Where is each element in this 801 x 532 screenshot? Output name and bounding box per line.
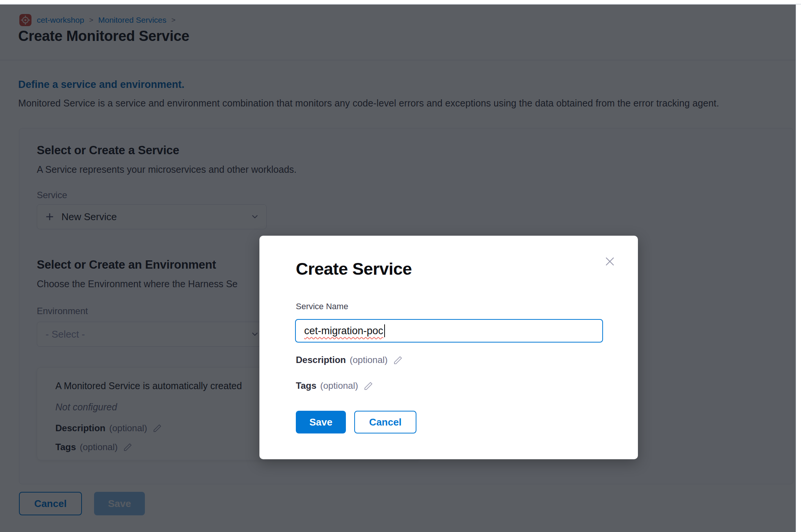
optional-suffix: (optional) xyxy=(320,380,358,391)
scrollbar-gutter[interactable] xyxy=(796,5,801,532)
optional-suffix: (optional) xyxy=(350,355,388,365)
window-top-strip xyxy=(0,0,801,5)
close-icon[interactable] xyxy=(602,254,617,269)
dialog-save-button[interactable]: Save xyxy=(296,411,346,433)
service-name-label: Service Name xyxy=(296,302,348,311)
dialog-buttons: Save Cancel xyxy=(296,411,416,433)
dialog-cancel-button[interactable]: Cancel xyxy=(354,411,416,433)
edit-description-pencil-icon[interactable] xyxy=(393,355,403,365)
description-label: Description xyxy=(296,355,346,365)
text-cursor xyxy=(384,324,385,337)
dialog-title: Create Service xyxy=(296,259,412,279)
service-name-value: cet-migration-poc xyxy=(304,325,383,337)
edit-tags-pencil-icon[interactable] xyxy=(363,381,374,391)
tags-label: Tags xyxy=(296,380,316,391)
create-service-dialog: Create Service Service Name cet-migratio… xyxy=(259,236,638,459)
dialog-tags-row: Tags (optional) xyxy=(296,380,374,391)
screen: cet-workshop > Monitored Services > Crea… xyxy=(0,0,801,532)
dialog-description-row: Description (optional) xyxy=(296,355,403,365)
service-name-input[interactable]: cet-migration-poc xyxy=(295,319,603,343)
